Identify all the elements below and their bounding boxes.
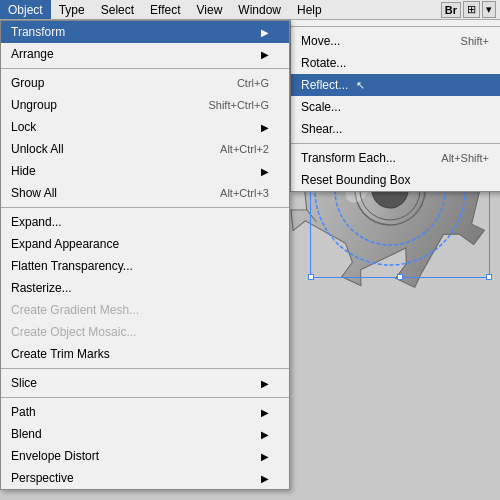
menubar-object[interactable]: Object	[0, 0, 51, 19]
submenu-item-move[interactable]: Move... Shift+	[291, 30, 500, 52]
menu-item-show-all-label: Show All	[11, 186, 57, 200]
menubar-window[interactable]: Window	[230, 0, 289, 19]
menu-item-show-all[interactable]: Show All Alt+Ctrl+3	[1, 182, 289, 204]
object-menu-dropdown: Transform ▶ Arrange ▶ Group Ctrl+G Ungro…	[0, 20, 290, 490]
menubar-right-icons: Br ⊞ ▾	[441, 1, 500, 18]
menu-item-perspective-label: Perspective	[11, 471, 74, 485]
menu-item-create-trim-marks-label: Create Trim Marks	[11, 347, 110, 361]
submenu-arrow-icon: ▶	[261, 451, 269, 462]
submenu-arrow-icon: ▶	[261, 27, 269, 38]
menu-item-expand-appearance-label: Expand Appearance	[11, 237, 119, 251]
menu-item-path[interactable]: Path ▶	[1, 401, 289, 423]
submenu-item-transform-each[interactable]: Transform Each... Alt+Shift+	[291, 147, 500, 169]
grid-view-icon[interactable]: ⊞	[463, 1, 480, 18]
menubar-type[interactable]: Type	[51, 0, 93, 19]
menu-item-slice-label: Slice	[11, 376, 37, 390]
submenu-arrow-icon: ▶	[261, 378, 269, 389]
menu-item-expand-label: Expand...	[11, 215, 62, 229]
menu-item-transform[interactable]: Transform ▶	[1, 21, 289, 43]
menubar-select-label: Select	[101, 3, 134, 17]
menu-item-hide[interactable]: Hide ▶	[1, 160, 289, 182]
menu-item-create-gradient-mesh[interactable]: Create Gradient Mesh...	[1, 299, 289, 321]
submenu-item-reset-bounding-box[interactable]: Reset Bounding Box	[291, 169, 500, 191]
submenu-item-reflect[interactable]: Reflect... ↖	[291, 74, 500, 96]
menu-item-flatten-transparency-label: Flatten Transparency...	[11, 259, 133, 273]
menubar-effect[interactable]: Effect	[142, 0, 188, 19]
menu-item-create-object-mosaic-label: Create Object Mosaic...	[11, 325, 136, 339]
menubar: Object Type Select Effect View Window He…	[0, 0, 500, 20]
menubar-view-label: View	[197, 3, 223, 17]
menu-item-ungroup-label: Ungroup	[11, 98, 57, 112]
menu-item-create-object-mosaic[interactable]: Create Object Mosaic...	[1, 321, 289, 343]
dropdown-arrow-icon[interactable]: ▾	[482, 1, 496, 18]
submenu-item-reset-bounding-box-label: Reset Bounding Box	[301, 173, 410, 187]
menu-item-show-all-shortcut: Alt+Ctrl+3	[200, 187, 269, 199]
menu-item-create-gradient-mesh-label: Create Gradient Mesh...	[11, 303, 139, 317]
submenu-arrow-icon: ▶	[261, 166, 269, 177]
menu-item-flatten-transparency[interactable]: Flatten Transparency...	[1, 255, 289, 277]
submenu-arrow-icon: ▶	[261, 473, 269, 484]
transform-submenu-dropdown: Transform Again Move... Shift+ Rotate...…	[290, 0, 500, 192]
menubar-select[interactable]: Select	[93, 0, 142, 19]
submenu-item-scale[interactable]: Scale...	[291, 96, 500, 118]
cursor-icon: ↖	[356, 79, 365, 92]
bridge-icon[interactable]: Br	[441, 2, 461, 18]
menu-item-create-trim-marks[interactable]: Create Trim Marks	[1, 343, 289, 365]
separator	[291, 143, 500, 144]
submenu-arrow-icon: ▶	[261, 429, 269, 440]
menu-item-group-shortcut: Ctrl+G	[217, 77, 269, 89]
submenu-arrow-icon: ▶	[261, 407, 269, 418]
separator	[1, 397, 289, 398]
menu-item-lock[interactable]: Lock ▶	[1, 116, 289, 138]
menu-item-unlock-all-shortcut: Alt+Ctrl+2	[200, 143, 269, 155]
menu-item-expand-appearance[interactable]: Expand Appearance	[1, 233, 289, 255]
separator	[1, 368, 289, 369]
menubar-type-label: Type	[59, 3, 85, 17]
menu-item-unlock-all[interactable]: Unlock All Alt+Ctrl+2	[1, 138, 289, 160]
submenu-item-shear[interactable]: Shear...	[291, 118, 500, 140]
menu-item-envelope-distort-label: Envelope Distort	[11, 449, 99, 463]
menu-item-ungroup[interactable]: Ungroup Shift+Ctrl+G	[1, 94, 289, 116]
submenu-item-move-shortcut: Shift+	[441, 35, 489, 47]
menu-item-unlock-all-label: Unlock All	[11, 142, 64, 156]
menu-item-group[interactable]: Group Ctrl+G	[1, 72, 289, 94]
menubar-help[interactable]: Help	[289, 0, 330, 19]
menu-item-blend-label: Blend	[11, 427, 42, 441]
menu-item-arrange[interactable]: Arrange ▶	[1, 43, 289, 65]
menubar-view[interactable]: View	[189, 0, 231, 19]
menu-item-expand[interactable]: Expand...	[1, 211, 289, 233]
separator	[1, 207, 289, 208]
submenu-item-transform-each-label: Transform Each...	[301, 151, 396, 165]
menu-item-rasterize-label: Rasterize...	[11, 281, 72, 295]
submenu-item-reflect-label: Reflect...	[301, 78, 348, 92]
submenu-item-transform-each-shortcut: Alt+Shift+	[431, 152, 489, 164]
menu-item-hide-label: Hide	[11, 164, 36, 178]
menu-item-ungroup-shortcut: Shift+Ctrl+G	[188, 99, 269, 111]
menu-item-envelope-distort[interactable]: Envelope Distort ▶	[1, 445, 289, 467]
menubar-help-label: Help	[297, 3, 322, 17]
menu-item-lock-label: Lock	[11, 120, 36, 134]
menu-item-rasterize[interactable]: Rasterize...	[1, 277, 289, 299]
submenu-item-move-label: Move...	[301, 34, 340, 48]
menubar-effect-label: Effect	[150, 3, 180, 17]
separator	[291, 26, 500, 27]
menu-item-arrange-label: Arrange	[11, 47, 54, 61]
submenu-arrow-icon: ▶	[261, 49, 269, 60]
menu-item-slice[interactable]: Slice ▶	[1, 372, 289, 394]
submenu-item-scale-label: Scale...	[301, 100, 341, 114]
submenu-item-rotate[interactable]: Rotate...	[291, 52, 500, 74]
menu-item-perspective[interactable]: Perspective ▶	[1, 467, 289, 489]
submenu-item-shear-label: Shear...	[301, 122, 342, 136]
submenu-item-rotate-label: Rotate...	[301, 56, 346, 70]
menubar-window-label: Window	[238, 3, 281, 17]
menu-item-blend[interactable]: Blend ▶	[1, 423, 289, 445]
separator	[1, 68, 289, 69]
menu-item-group-label: Group	[11, 76, 44, 90]
menubar-object-label: Object	[8, 3, 43, 17]
submenu-arrow-icon: ▶	[261, 122, 269, 133]
menu-item-transform-label: Transform	[11, 25, 65, 39]
menu-item-path-label: Path	[11, 405, 36, 419]
